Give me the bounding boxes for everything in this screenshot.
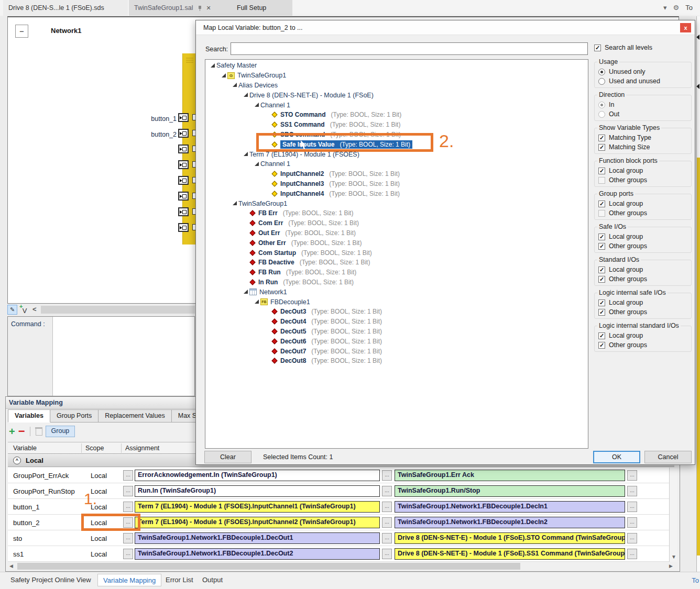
tree-item-inputchannel4[interactable]: InputChannel4(Type: BOOL, Size: 1 Bit) [205,188,588,198]
panel-collapse-arrow-icon[interactable] [696,35,699,40]
filter-option-function-block-ports-local-group[interactable]: ✓Local group [598,166,689,175]
mapping-tab-group-ports[interactable]: Group Ports [50,409,99,423]
cell-assignment[interactable]: Run.In (TwinSafeGroup1) [135,485,380,497]
cell-mapped-value[interactable]: TwinSafeGroup1.Run/Stop [395,485,625,497]
expander-icon[interactable] [232,82,238,88]
radio-out[interactable] [598,111,605,118]
checkbox-local-group[interactable]: ✓ [598,168,605,174]
scroll-left-icon[interactable]: ◀ [9,563,13,569]
scroll-right-icon[interactable]: ▶ [669,563,673,569]
tree-item-in-run[interactable]: In Run(Type: BOOL, Size: 1 Bit) [205,277,588,287]
checkbox-other-groups[interactable]: ✓ [598,342,605,349]
clear-button[interactable]: Clear [204,451,251,463]
tab-close-icon[interactable]: ✕ [206,5,211,12]
tree-item-drive-8-den-s-net-e-module-1-fsoe[interactable]: Drive 8 (DEN-S-NET-E) - Module 1 (FSoE) [205,90,588,100]
filter-option-safe-i-os-other-groups[interactable]: ✓Other groups [598,241,689,251]
cell-mapped-value[interactable]: TwinSafeGroup1.Err Ack [395,470,625,481]
search-all-levels-option[interactable]: ✓ Search all levels [594,44,652,51]
connector-icon-4[interactable] [178,160,189,169]
value-browse-button[interactable]: ... [382,517,392,528]
filter-option-group-ports-other-groups[interactable]: ✓Other groups [598,208,689,218]
value-browse-button[interactable]: ... [382,470,392,481]
expander-icon[interactable] [254,102,260,108]
collapse-left-icon[interactable]: < [32,305,37,313]
tab-safety-project-online-view[interactable]: Safety Project Online View [5,574,96,586]
assignment-browse-button[interactable]: ... [123,549,133,559]
tree-item-inputchannel3[interactable]: InputChannel3(Type: BOOL, Size: 1 Bit) [205,179,588,189]
tree-item-sto-command[interactable]: STO Command(Type: BOOL, Size: 1 Bit) [205,110,588,120]
tree-item-channel-1[interactable]: Channel 1 [205,159,588,169]
expander-icon[interactable] [243,92,249,98]
checkbox-local-group[interactable]: ✓ [598,332,605,339]
horizontal-scroll-thumb[interactable] [17,563,520,570]
filter-option-standard-i-os-other-groups[interactable]: ✓Other groups [598,274,689,284]
value-browse-button[interactable]: ... [382,533,392,543]
chevron-down-icon[interactable]: ▾ [663,4,667,12]
gear-icon[interactable]: ⚙ [673,4,680,12]
checkbox-other-groups[interactable]: ✓ [598,276,605,283]
dialog-titlebar[interactable]: Map Local Variable: button_2 to ... x [196,20,695,35]
tree-item-twinsafegroup1[interactable]: GTwinSafeGroup1 [205,71,588,81]
filter-option-show-variable-types-matching-size[interactable]: ✓Matching Size [598,142,689,152]
checkbox-local-group[interactable]: ✓ [598,201,605,207]
tree-item-fb-run[interactable]: FB Run(Type: BOOL, Size: 1 Bit) [205,268,588,277]
expander-icon[interactable] [243,288,249,295]
column-header-variable[interactable]: Variable [13,444,37,452]
tree-item-twinsafegroup1[interactable]: TwinSafeGroup1 [205,198,588,208]
checkbox-other-groups[interactable]: ✓ [598,309,605,316]
filter-option-direction-in[interactable]: In [598,100,689,109]
tree-item-fbdecouple1[interactable]: FBFBDecouple1 [205,297,588,307]
column-header-scope[interactable]: Scope [85,444,104,452]
checkbox-local-group[interactable]: ✓ [598,266,605,273]
connector-icon-5[interactable] [178,176,189,185]
value-browse-button[interactable]: ... [382,549,392,559]
expander-icon[interactable] [254,298,260,305]
radio-unused-only[interactable] [598,69,605,75]
assignment-browse-button[interactable]: ... [123,486,133,496]
filter-option-group-ports-local-group[interactable]: ✓Local group [598,199,689,208]
expander-icon[interactable] [232,200,238,207]
tree-item-out-err[interactable]: Out Err(Type: BOOL, Size: 1 Bit) [205,228,588,238]
tree-item-com-err[interactable]: Com Err(Type: BOOL, Size: 1 Bit) [205,218,588,228]
connector-icon-2[interactable] [178,129,189,138]
cell-assignment[interactable]: Term 7 (EL1904) - Module 1 (FSOES).Input… [135,501,380,513]
command-input[interactable] [53,317,194,396]
extra-browse-button[interactable]: ... [627,502,637,512]
cell-assignment[interactable]: TwinSafeGroup1.Network1.FBDecouple1.DecO… [135,548,380,560]
tab-output[interactable]: Output [197,574,228,586]
extra-browse-button[interactable]: ... [627,533,637,543]
tree-item-network1[interactable]: Network1 [205,287,588,297]
panel-collapse-arrow-icon-2[interactable] [696,84,699,89]
value-browse-button[interactable]: ... [382,502,392,512]
tree-item-safety-master[interactable]: Safety Master [205,61,588,71]
assignment-browse-button[interactable]: ... [123,533,133,543]
delete-icon[interactable] [35,427,42,436]
radio-in[interactable] [598,102,605,108]
tab-variable-mapping[interactable]: Variable Mapping [97,574,161,586]
tab-full-setup[interactable]: Full Setup [232,0,292,16]
connector-icon-6[interactable] [178,192,189,201]
filter-option-show-variable-types-matching-type[interactable]: ✓Matching Type [598,133,689,142]
collapse-chevron-icon[interactable]: ^ [13,457,21,464]
cell-mapped-value[interactable]: Drive 8 (DEN-S-NET-E) - Module 1 (FSoE).… [395,548,625,560]
checkbox-matching-size[interactable]: ✓ [598,144,605,151]
tree-item-com-startup[interactable]: Com Startup(Type: BOOL, Size: 1 Bit) [205,248,588,258]
search-all-levels-checkbox[interactable]: ✓ [594,45,601,51]
tab-drive8-sds[interactable]: Drive 8 (DEN-S...le 1 (FSoE).sds [3,0,128,16]
filter-option-logic-internal-safe-i-os-other-groups[interactable]: ✓Other groups [598,307,689,317]
filter-option-logic-internal-standard-i-os-other-groups[interactable]: ✓Other groups [598,340,689,350]
cell-mapped-value[interactable]: TwinSafeGroup1.Network1.FBDecouple1.DecI… [395,517,625,528]
vertical-scrollbar[interactable]: ▼ [669,468,677,562]
tree-item-ss1-command[interactable]: SS1 Command(Type: BOOL, Size: 1 Bit) [205,120,588,130]
search-input[interactable] [231,42,588,55]
connector-icon-7[interactable] [178,207,189,216]
value-browse-button[interactable]: ... [382,486,392,496]
add-variable-icon[interactable]: +V [19,305,30,315]
network-collapse-button[interactable]: − [15,25,28,38]
mapping-tab-replacement-values[interactable]: Replacement Values [99,409,171,423]
extra-browse-button[interactable]: ... [627,470,637,481]
ok-button[interactable]: OK [593,451,640,463]
add-icon[interactable]: + [9,426,15,437]
tree-item-decout3[interactable]: DecOut3(Type: BOOL, Size: 1 Bit) [205,307,588,317]
assignment-browse-button[interactable]: ... [123,470,133,481]
